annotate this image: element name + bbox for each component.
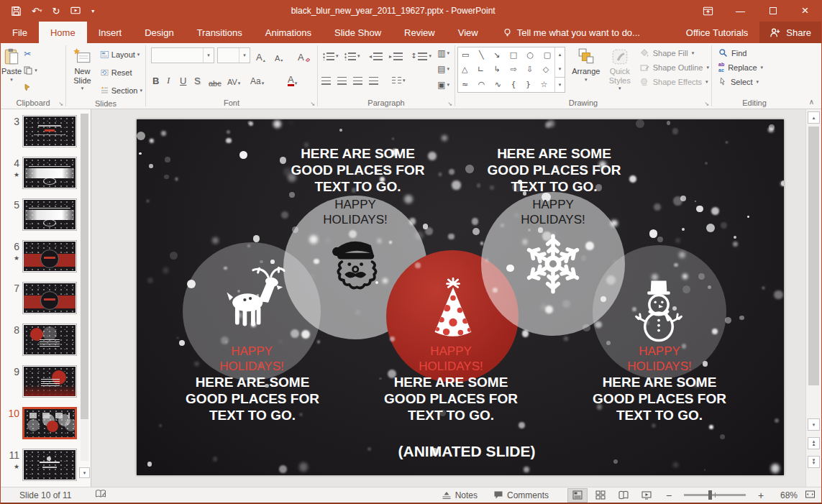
thumbnail-slide-11[interactable]: 11★ [4, 449, 79, 481]
justify-button[interactable] [369, 73, 378, 88]
text-shadow-button[interactable]: S [194, 72, 201, 86]
notes-toggle-button[interactable]: Notes [437, 487, 482, 503]
font-dialog-launcher[interactable]: ↘ [310, 101, 315, 107]
spell-check-button[interactable] [95, 489, 106, 501]
thumbnail-frame[interactable] [22, 407, 77, 439]
columns-button[interactable]: ▾ [392, 73, 406, 88]
slide-sorter-view-button[interactable] [590, 488, 611, 503]
fit-slide-button[interactable] [805, 490, 816, 501]
thumbnail-scrollbar-thumb[interactable] [81, 114, 88, 419]
tab-design[interactable]: Design [133, 22, 185, 43]
tab-transitions[interactable]: Transitions [186, 22, 254, 43]
thumbnail-slide-3[interactable]: 3★ [4, 115, 79, 147]
thumbnail-scroll-down-button[interactable]: ▾ [79, 467, 90, 478]
strikethrough-button[interactable]: abc [209, 73, 222, 88]
share-button[interactable]: Share [759, 22, 821, 43]
shapes-row-1[interactable]: ▭ ╲ ↘ □ ○ ▢ [462, 50, 551, 60]
thumbnail-slide-6[interactable]: 6★ [4, 240, 79, 272]
format-painter-button[interactable] [22, 81, 40, 93]
save-button[interactable] [11, 6, 22, 17]
normal-view-button[interactable] [567, 488, 588, 503]
change-case-button[interactable]: Aa▾ [250, 72, 264, 86]
tell-me-box[interactable]: Tell me what you want to do... [493, 22, 650, 43]
slide-10-editing-area[interactable]: HERE ARE SOME GOOD PLACES FOR TEXT TO GO… [137, 119, 784, 475]
shape-outline-button[interactable]: Shape Outline▾ [639, 63, 709, 73]
previous-slide-button[interactable]: ▴▴ [808, 437, 820, 449]
align-center-button[interactable] [337, 73, 347, 88]
convert-smartart-button[interactable]: ▣▾ [437, 78, 449, 92]
arrange-button[interactable]: Arrange ▾ [567, 45, 605, 97]
zoom-slider-thumb[interactable] [708, 490, 712, 500]
collapse-ribbon-button[interactable]: ∧ [809, 98, 814, 106]
bottom-text-placeholder-1[interactable]: HERE ARE SOME GOOD PLACES FOR TEXT TO GO… [182, 375, 323, 423]
shape-fill-button[interactable]: Shape Fill▾ [639, 48, 709, 58]
minimize-button[interactable]: — [724, 0, 757, 22]
zoom-level[interactable]: 68% [773, 490, 798, 500]
reading-view-button[interactable] [613, 488, 634, 503]
paragraph-dialog-launcher[interactable]: ↘ [447, 101, 452, 107]
comments-toggle-button[interactable]: Comments [489, 487, 553, 503]
redo-button[interactable]: ↻ [52, 6, 60, 17]
thumbnail-slide-7[interactable]: 7★ [4, 282, 79, 314]
align-text-button[interactable]: ▤▾ [437, 62, 449, 76]
align-right-button[interactable] [353, 73, 362, 88]
increase-indent-button[interactable]: ▸ [389, 49, 403, 63]
thumbnail-frame[interactable] [22, 282, 77, 314]
reset-button[interactable]: Reset [98, 65, 145, 80]
thumbnail-slide-4[interactable]: 4★ [4, 157, 79, 189]
bold-button[interactable]: B [152, 72, 159, 86]
thumbnail-frame[interactable] [22, 115, 77, 147]
line-spacing-button[interactable]: ↕▾ [411, 49, 431, 63]
tab-review[interactable]: Review [393, 22, 447, 43]
text-direction-button[interactable]: ▥▾ [437, 46, 449, 60]
copy-button[interactable]: ▾ [22, 64, 40, 77]
tab-file[interactable]: File [1, 22, 39, 43]
zoom-slider[interactable] [684, 494, 746, 496]
top-text-placeholder-1[interactable]: HERE ARE SOME GOOD PLACES FOR TEXT TO GO… [284, 146, 431, 195]
thumbnail-slide-8[interactable]: 8★ [4, 324, 79, 356]
bullets-button[interactable]: ▾ [323, 49, 339, 63]
find-button[interactable]: Find [718, 48, 763, 58]
align-left-button[interactable] [321, 73, 331, 88]
shapes-gallery[interactable]: ▭ ╲ ↘ □ ○ ▢ △ ∟ ↳ ⇨ ⇩ ◇ ≈ ◠ ∿ { } ☆ ▴ ▾ … [457, 47, 565, 93]
next-slide-button[interactable]: ▾▾ [808, 456, 820, 468]
start-slideshow-button[interactable] [70, 6, 81, 17]
thumbnail-scrollbar[interactable] [81, 114, 88, 461]
shapes-row-2[interactable]: △ ∟ ↳ ⇨ ⇩ ◇ [462, 65, 551, 74]
zoom-in-button[interactable]: + [756, 490, 766, 501]
paste-button[interactable]: Paste ▾ [1, 45, 22, 97]
zoom-out-button[interactable]: − [664, 490, 674, 501]
thumbnail-frame[interactable] [22, 240, 77, 272]
clipboard-dialog-launcher[interactable]: ↘ [58, 101, 63, 107]
drawing-dialog-launcher[interactable]: ↘ [704, 101, 709, 107]
thumbnail-slide-9[interactable]: 9★ [4, 365, 79, 398]
decrease-indent-button[interactable]: ◂ [369, 49, 383, 63]
underline-button[interactable]: U [180, 72, 186, 86]
character-spacing-button[interactable]: AV▾ [227, 72, 240, 86]
santa-happy-holidays-text[interactable]: HAPPY HOLIDAYS! [312, 197, 398, 228]
shapes-gallery-more[interactable]: ▾ [555, 77, 565, 92]
ribbon-display-options-button[interactable] [692, 0, 724, 22]
thumbnail-frame[interactable] [22, 198, 77, 231]
scroll-down-button[interactable]: ▾ [808, 418, 820, 431]
clear-formatting-button[interactable]: A [298, 48, 311, 63]
tab-animations[interactable]: Animations [254, 22, 323, 43]
tab-home[interactable]: Home [39, 22, 87, 43]
thumbnail-frame[interactable] [22, 324, 77, 356]
scrollbar-thumb[interactable] [808, 127, 819, 385]
tab-slideshow[interactable]: Slide Show [323, 22, 393, 43]
close-button[interactable]: × [789, 0, 821, 22]
undo-button[interactable]: ↶▾ [32, 6, 42, 17]
shape-effects-button[interactable]: Shape Effects▾ [639, 77, 709, 87]
reindeer-icon[interactable] [217, 265, 286, 334]
animated-slide-note[interactable]: (ANIMATED SLIDE) [359, 443, 575, 460]
snowflake-icon[interactable] [520, 231, 586, 297]
office-tutorials-button[interactable]: Office Tutorials [675, 22, 759, 43]
shrink-font-button[interactable]: A▾ [275, 48, 283, 63]
numbering-button[interactable]: ▾ [344, 49, 360, 63]
select-button[interactable]: Select▾ [718, 77, 763, 86]
shapes-scroll-down[interactable]: ▾ [555, 62, 565, 76]
layout-button[interactable]: Layout▾ [98, 47, 145, 62]
snowman-icon[interactable] [629, 278, 688, 344]
reindeer-happy-holidays-text[interactable]: HAPPY HOLIDAYS! [198, 344, 306, 375]
